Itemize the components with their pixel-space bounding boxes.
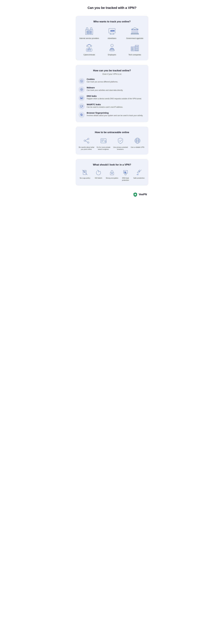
vpn-feature-jurisdiction: Safe jurisdiction <box>132 169 145 181</box>
vpn-feature-dns: DNS DNS leak protection <box>119 169 132 181</box>
svg-line-73 <box>85 141 88 142</box>
section-vpn-features: What should I look for in a VPN? No Logs… <box>76 159 148 186</box>
svg-rect-21 <box>132 30 133 33</box>
untraceable-vpn: Use a reliable VPN <box>130 137 145 150</box>
vpn-features-grid: No Logs policy Kill Switch Strong encryp… <box>79 169 145 181</box>
tracking-malware-title: Malware <box>87 86 145 89</box>
techbuilding-icon <box>130 42 140 52</box>
tracker-isp: Internet service providers <box>79 26 100 40</box>
svg-rect-10 <box>87 32 87 34</box>
share-icon <box>83 137 90 145</box>
section-who-tracks: Who wants to track you online? Internet … <box>76 16 148 60</box>
webrtc-icon <box>79 103 85 110</box>
svg-point-70 <box>84 140 85 142</box>
svg-rect-11 <box>88 32 89 34</box>
tracking-malware-desc: Can track your activities and steal data… <box>87 89 145 92</box>
svg-line-72 <box>85 139 88 140</box>
svg-point-52 <box>80 88 83 91</box>
svg-rect-40 <box>133 49 134 50</box>
svg-rect-13 <box>91 32 92 34</box>
footer-brand-name: VeePN <box>139 193 147 196</box>
tracking-fingerprint-text: Browser fingerprinting Involves details … <box>87 112 145 117</box>
svg-rect-65 <box>80 105 82 107</box>
vpn-feature-nologs-label: No Logs policy <box>80 177 90 179</box>
svg-rect-23 <box>137 30 138 33</box>
svg-rect-0 <box>86 30 89 34</box>
tracker-advertisers-label: Advertisers <box>108 37 116 40</box>
malware-icon <box>79 86 85 92</box>
tracking-dns-text: DNS leaks Happen when a device sends DNS… <box>87 95 145 100</box>
section2-title: How can you be tracked online? <box>79 69 145 72</box>
tracker-advertisers: ADS Advertisers <box>101 26 123 40</box>
svg-rect-9 <box>91 31 92 32</box>
svg-rect-25 <box>131 34 139 34</box>
svg-rect-8 <box>90 31 91 32</box>
tracking-fingerprint: Browser fingerprinting Involves details … <box>79 112 145 118</box>
svg-rect-3 <box>90 28 92 30</box>
tracking-fingerprint-desc: Involves details about your system and c… <box>87 114 145 117</box>
untraceable-browsers-label: Use privacy-oriented browsers. <box>113 146 128 150</box>
tracker-tech: Tech companies <box>124 42 145 56</box>
vpn-feature-jurisdiction-label: Safe jurisdiction <box>133 177 145 179</box>
svg-marker-19 <box>131 28 138 29</box>
vpn-feature-encryption: Strong encryption <box>106 169 119 181</box>
fingerprint-icon <box>79 112 85 118</box>
svg-rect-37 <box>132 48 132 48</box>
tracking-dns: DNS DNS leaks Happen when a device sends… <box>79 95 145 101</box>
svg-rect-6 <box>87 31 87 32</box>
tracking-malware-text: Malware Can track your activities and st… <box>87 86 145 92</box>
svg-rect-74 <box>101 138 106 143</box>
tracker-government-label: Government agencies <box>126 37 143 40</box>
svg-rect-39 <box>132 49 132 50</box>
svg-rect-27 <box>86 49 92 51</box>
tracking-cookies-desc: Can track you across different platforms… <box>87 81 145 83</box>
section1-title: Who wants to track you online? <box>79 20 145 23</box>
untraceable-search: Go for more private search engines. <box>96 137 111 150</box>
section-untraceable: How to be untraceable online Be careful … <box>76 126 148 155</box>
svg-rect-95 <box>137 171 140 174</box>
svg-rect-45 <box>136 50 136 50</box>
bank-icon <box>130 26 140 36</box>
shield-check-icon <box>117 137 124 145</box>
private-search-icon <box>100 137 107 145</box>
vpn-feature-encryption-label: Strong encryption <box>106 177 118 179</box>
tracking-dns-title: DNS leaks <box>87 95 145 97</box>
no-logs-icon <box>82 169 88 176</box>
employer-icon <box>107 42 117 52</box>
trackers-grid: Internet service providers ADS Advertise… <box>79 26 145 56</box>
svg-rect-44 <box>137 48 138 49</box>
untraceable-grid: Be careful about what you post online. G… <box>79 137 145 150</box>
svg-point-51 <box>82 81 82 82</box>
main-title: Can you be tracked with a VPN? <box>73 0 151 14</box>
svg-rect-2 <box>86 28 88 30</box>
vpn-feature-dns-label: DNS leak protection <box>119 177 132 181</box>
cookie-icon <box>79 78 85 84</box>
kill-switch-icon <box>95 169 102 176</box>
tracking-webrtc: WebRTC leaks Can be used to reveal a use… <box>79 103 145 110</box>
svg-point-91 <box>112 173 112 174</box>
hacker-icon <box>84 42 94 52</box>
svg-rect-1 <box>90 30 93 34</box>
tracking-cookies: Cookies Can track you across different p… <box>79 78 145 84</box>
svg-rect-96 <box>139 170 141 172</box>
tracking-dns-desc: Happen when a device sends DNS requests … <box>87 98 145 100</box>
section3-title: How to be untraceable online <box>79 131 145 134</box>
gavel-icon <box>136 169 142 176</box>
svg-point-69 <box>88 138 89 140</box>
tracker-cybercriminals-label: Cybercriminals <box>84 54 95 56</box>
svg-rect-38 <box>133 48 134 48</box>
svg-rect-46 <box>137 50 138 50</box>
tracking-cookies-title: Cookies <box>87 78 145 80</box>
svg-text:DNS: DNS <box>124 172 126 172</box>
svg-rect-94 <box>125 174 126 175</box>
untraceable-browsers: Use privacy-oriented browsers. <box>113 137 128 150</box>
vpn-feature-nologs: No Logs policy <box>79 169 92 181</box>
section2-subtitle: Even if your VPN is on <box>79 73 145 75</box>
vpn-feature-killswitch-label: Kill Switch <box>95 177 102 179</box>
tracker-isp-label: Internet service providers <box>79 37 99 40</box>
dns-icon: DNS <box>79 95 85 101</box>
svg-rect-41 <box>136 46 136 47</box>
svg-rect-43 <box>136 48 136 49</box>
svg-point-47 <box>80 80 83 82</box>
svg-rect-12 <box>90 32 91 34</box>
